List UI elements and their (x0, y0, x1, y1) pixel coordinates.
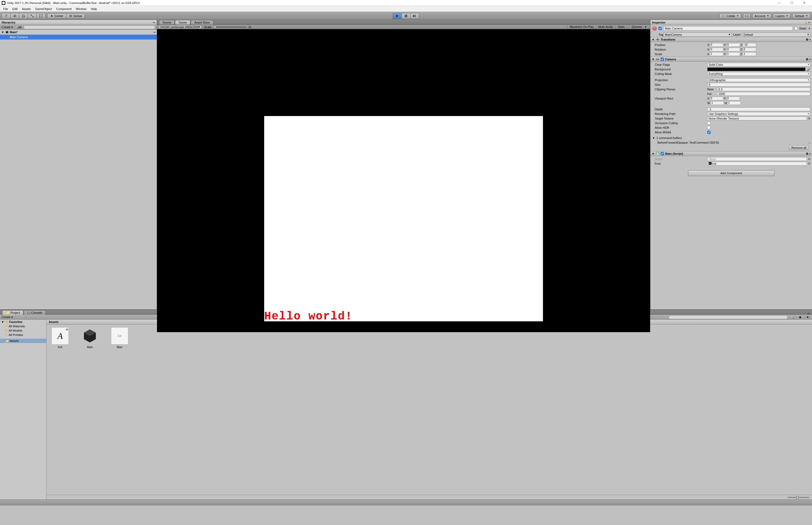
menu-component[interactable]: Component (54, 7, 74, 11)
pos-z-input[interactable] (743, 43, 756, 47)
hdr-checkbox[interactable] (707, 126, 710, 129)
gameobject-active-checkbox[interactable] (658, 27, 662, 30)
project-search-input[interactable] (669, 315, 788, 319)
pivot-global-button[interactable]: Global (66, 13, 85, 19)
panel-menu-icon[interactable]: 🔒 ▪≡ (804, 21, 810, 24)
tab-console[interactable]: ▢ Console (24, 310, 45, 315)
far-input[interactable]: 1000 (717, 92, 810, 96)
projection-dropdown[interactable]: Orthographic (707, 78, 810, 82)
msaa-checkbox[interactable] (707, 131, 710, 134)
static-dropdown-icon[interactable]: ▼ (808, 27, 810, 30)
maximize-on-play-toggle[interactable]: Maximize On Play (567, 25, 596, 29)
fav-all-prefabs[interactable]: ★All Prefabs (0, 333, 46, 337)
eyedropper-icon[interactable] (807, 68, 810, 71)
stats-toggle[interactable]: Stats (615, 25, 627, 29)
aspect-dropdown[interactable]: HVGA Landscape (480x320) ▾ (159, 25, 202, 29)
scale-tool-button[interactable] (28, 13, 37, 19)
layout-dropdown[interactable]: Default▼ (792, 13, 810, 19)
fav-all-models[interactable]: ★All Models (0, 328, 46, 333)
occlusion-checkbox[interactable] (707, 121, 710, 125)
near-input[interactable]: 0.3 (717, 87, 810, 91)
panel-menu-icon[interactable]: ▪≡ (808, 312, 810, 315)
clear-flags-dropdown[interactable]: Solid Color (707, 63, 810, 66)
add-component-button[interactable]: Add Component (688, 170, 775, 176)
gizmos-toggle[interactable]: Gizmos ▾ (627, 25, 649, 29)
viewport-h-input[interactable] (727, 101, 741, 105)
mute-audio-toggle[interactable]: Mute Audio (596, 25, 615, 29)
menu-help[interactable]: Help (88, 7, 99, 11)
search-filter-icon[interactable]: 🔍 (790, 315, 795, 319)
rendering-path-dropdown[interactable]: Use Graphics Settings (707, 112, 810, 116)
rot-x-input[interactable] (710, 48, 723, 51)
asset-item-font[interactable]: A⚙ font (49, 327, 71, 349)
collab-dropdown[interactable]: Collab▼ (719, 13, 741, 19)
move-tool-button[interactable] (11, 13, 19, 19)
tag-dropdown[interactable]: MainCamera▾ (663, 32, 731, 36)
remove-buffer-button[interactable]: – (809, 141, 810, 144)
asset-item-script[interactable]: C# Main (109, 327, 130, 349)
remove-all-button[interactable]: Remove all (789, 145, 809, 150)
target-texture-field[interactable]: None (Render Texture) (707, 117, 807, 120)
rot-z-input[interactable] (743, 48, 756, 51)
pivot-center-button[interactable]: Center (47, 13, 66, 19)
viewport-x-input[interactable] (710, 96, 723, 100)
pos-y-input[interactable] (726, 43, 740, 47)
scale-slider[interactable] (214, 27, 246, 28)
transform-component-header[interactable]: ▼ Transform ⚙ ≡ (650, 37, 812, 42)
scene-menu-icon[interactable]: ▪≡ (154, 31, 156, 33)
hierarchy-tab[interactable]: Hierarchy ▪≡ (0, 20, 157, 25)
minimize-button[interactable]: ─ (773, 0, 785, 6)
play-button[interactable] (393, 13, 402, 19)
inspector-tab[interactable]: Inspector 🔒 ▪≡ (650, 20, 812, 25)
gear-icon[interactable]: ⚙ ≡ (806, 152, 811, 155)
gear-icon[interactable]: ⚙ ≡ (806, 58, 811, 61)
script-enabled-checkbox[interactable] (661, 152, 664, 155)
object-picker-icon[interactable]: ⊙ (808, 117, 810, 120)
pos-x-input[interactable] (710, 43, 723, 47)
assets-folder[interactable]: 📁 Assets (0, 339, 46, 343)
filter-label-icon[interactable]: ★ (805, 315, 810, 319)
filter-type-icon[interactable]: ◆ (797, 315, 803, 319)
rotate-tool-button[interactable] (19, 13, 28, 19)
step-button[interactable] (410, 13, 419, 19)
favorites-folder[interactable]: ▼★Favorites (0, 320, 46, 324)
depth-input[interactable]: -1 (707, 107, 810, 111)
static-checkbox[interactable] (794, 27, 798, 30)
scale-y-input[interactable] (726, 52, 740, 56)
viewport-w-input[interactable] (710, 101, 724, 105)
hierarchy-search-all[interactable]: 🔍All (15, 26, 21, 29)
object-picker-icon[interactable]: ⊙ (808, 157, 810, 161)
cloud-button[interactable] (743, 13, 751, 19)
layer-dropdown[interactable]: Default▾ (742, 32, 810, 36)
panel-menu-icon[interactable]: ▪≡ (153, 21, 155, 24)
gameobject-name-input[interactable] (663, 26, 793, 31)
account-dropdown[interactable]: Account▼ (752, 13, 772, 19)
thumbnail-size-slider[interactable] (788, 497, 809, 498)
menu-edit[interactable]: Edit (10, 7, 20, 11)
rect-tool-button[interactable] (37, 13, 45, 19)
menu-file[interactable]: File (1, 7, 10, 11)
pause-button[interactable] (402, 13, 410, 19)
scale-x-input[interactable] (710, 52, 723, 56)
main-script-header[interactable]: ▼ C# Main (Script) ⚙ ≡ (650, 151, 812, 156)
font-field[interactable]: 🅰 font (707, 162, 807, 166)
background-color-field[interactable] (707, 68, 806, 71)
close-button[interactable]: ✕ (798, 0, 810, 6)
asset-item-scene[interactable]: Main (79, 327, 101, 349)
tab-game[interactable]: Game (175, 20, 190, 25)
maximize-button[interactable]: ☐ (785, 0, 798, 6)
hierarchy-item-main-camera[interactable]: Main Camera (0, 35, 157, 40)
camera-component-header[interactable]: ▼ Camera ⚙ ≡ (650, 57, 812, 62)
culling-mask-dropdown[interactable]: Everything (707, 72, 810, 76)
object-picker-icon[interactable]: ⊙ (808, 162, 810, 165)
viewport-y-input[interactable] (726, 96, 740, 100)
menu-assets[interactable]: Assets (20, 7, 33, 11)
script-field[interactable]: ▫ Main (707, 157, 807, 161)
camera-enabled-checkbox[interactable] (661, 58, 664, 61)
tab-asset-store[interactable]: Asset Store (191, 20, 213, 25)
layers-dropdown[interactable]: Layers▼ (773, 13, 791, 19)
rot-y-input[interactable] (726, 48, 740, 51)
menu-window[interactable]: Window (74, 7, 88, 11)
hierarchy-scene-row[interactable]: ▼ Main* ▪≡ (0, 30, 157, 35)
fav-all-materials[interactable]: ★All Materials (0, 324, 46, 328)
